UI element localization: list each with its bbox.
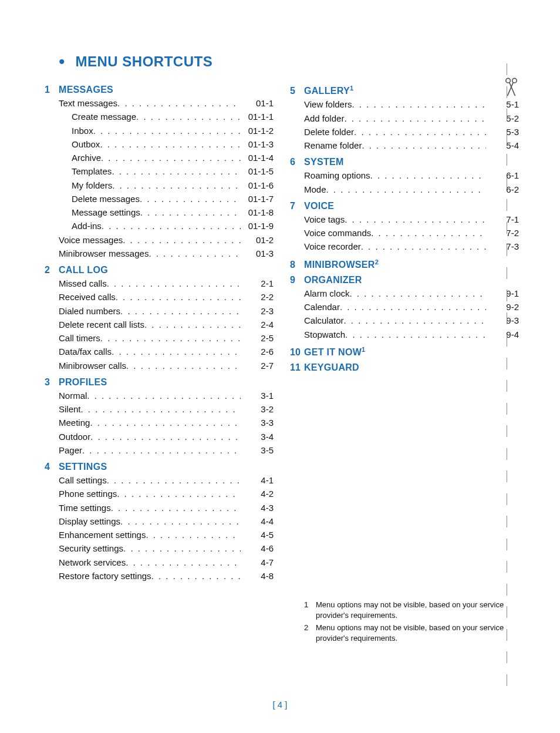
toc-item-code: 9-3: [486, 314, 519, 327]
toc-item: Meeting . . . . . . . . . . . . . . . . …: [59, 416, 274, 429]
toc-item: Delete recent call lists . . . . . . . .…: [59, 318, 274, 331]
section-title: CALL LOG: [59, 265, 108, 275]
section-title: GET IT NOW1: [304, 346, 366, 358]
leader-dots: . . . . . . . . . . . . . . . . . . . . …: [140, 206, 241, 219]
leader-dots: . . . . . . . . . . . . . . . . . . . . …: [126, 359, 241, 372]
cut-tick: [506, 177, 507, 189]
cut-tick: [506, 222, 507, 234]
toc-item-label: My folders: [72, 179, 112, 192]
toc-item-code: 01-1-7: [241, 192, 274, 206]
cut-tick: [506, 244, 507, 256]
section-title: SETTINGS: [59, 462, 107, 472]
toc-item-label: Received calls: [59, 290, 116, 304]
toc-section: 4SETTINGSCall settings . . . . . . . . .…: [59, 462, 274, 583]
toc-item-label: Delete messages: [72, 192, 140, 206]
leader-dots: . . . . . . . . . . . . . . . . . . . . …: [344, 314, 486, 327]
toc-item-code: 2-6: [241, 345, 274, 358]
leader-dots: . . . . . . . . . . . . . . . . . . . . …: [111, 501, 241, 515]
page-number: [ 4 ]: [0, 700, 560, 710]
leader-dots: . . . . . . . . . . . . . . . . . . . . …: [120, 515, 241, 528]
toc-item-label: Data/fax calls: [59, 345, 112, 358]
toc-item-code: 3-3: [241, 416, 274, 429]
cut-tick: [506, 109, 507, 120]
toc-item-label: Silent: [59, 402, 81, 416]
section-title: GALLERY1: [304, 85, 353, 96]
toc-item-code: 01-1-6: [241, 179, 274, 192]
toc-item: Templates . . . . . . . . . . . . . . . …: [59, 164, 274, 178]
toc-item-code: 6-2: [486, 183, 519, 196]
section-header: 5GALLERY1: [304, 85, 519, 96]
section-number: 10: [290, 347, 304, 358]
column: 5GALLERY1View folders . . . . . . . . . …: [304, 80, 519, 645]
footnote-ref: 1: [362, 346, 365, 353]
leader-dots: . . . . . . . . . . . . . . . . . . . . …: [344, 112, 486, 125]
toc-item-label: Message settings: [72, 206, 140, 219]
cut-tick: [506, 86, 507, 98]
toc-item-label: Pager: [59, 443, 82, 457]
leader-dots: . . . . . . . . . . . . . . . . . . . . …: [352, 97, 486, 111]
cut-tick: [506, 561, 507, 573]
toc-item-code: 01-1-4: [241, 151, 274, 164]
section-number: 1: [45, 85, 59, 95]
toc-item-label: Dialed numbers: [59, 304, 120, 318]
toc-item: Dialed numbers . . . . . . . . . . . . .…: [59, 304, 274, 318]
leader-dots: . . . . . . . . . . . . . . . . . . . . …: [345, 328, 486, 341]
toc-item: Security settings . . . . . . . . . . . …: [59, 542, 274, 555]
toc-item: Pager . . . . . . . . . . . . . . . . . …: [59, 443, 274, 457]
toc-item-code: 01-1-9: [241, 219, 274, 233]
leader-dots: . . . . . . . . . . . . . . . . . . . . …: [126, 556, 241, 569]
toc-section: 5GALLERY1View folders . . . . . . . . . …: [304, 85, 519, 152]
toc-item-label: Delete recent call lists: [59, 318, 144, 331]
toc-item: Silent . . . . . . . . . . . . . . . . .…: [59, 402, 274, 416]
leader-dots: . . . . . . . . . . . . . . . . . . . . …: [361, 240, 486, 253]
cut-tick: [506, 335, 507, 347]
section-header: 9ORGANIZER: [304, 275, 519, 285]
toc-item-label: Network services: [59, 556, 126, 569]
toc-item-code: 01-2: [241, 233, 274, 247]
toc-item-label: Alarm clock: [304, 287, 350, 300]
cut-tick: [506, 651, 507, 663]
toc-item: Restore factory settings . . . . . . . .…: [59, 569, 274, 583]
leader-dots: . . . . . . . . . . . . . . . . . . . . …: [112, 164, 241, 178]
toc-item-label: Phone settings: [59, 487, 117, 500]
toc-item: Data/fax calls . . . . . . . . . . . . .…: [59, 345, 274, 358]
cut-tick: [506, 584, 507, 596]
section-header: 8MINIBROWSER2: [304, 258, 519, 270]
cut-line: [506, 63, 507, 686]
toc-item-code: 3-4: [241, 430, 274, 443]
toc-item: Add folder . . . . . . . . . . . . . . .…: [304, 112, 519, 125]
toc-item: Rename folder . . . . . . . . . . . . . …: [304, 139, 519, 152]
cut-tick: [506, 63, 507, 75]
toc-item-code: 2-7: [241, 359, 274, 372]
toc-item: Roaming options . . . . . . . . . . . . …: [304, 169, 519, 182]
toc-item-label: Voice tags: [304, 213, 345, 226]
toc-item-code: 2-5: [241, 331, 274, 345]
section-title: MESSAGES: [59, 85, 113, 95]
toc-item-label: Add-ins: [72, 219, 102, 233]
toc-section: 7VOICEVoice tags . . . . . . . . . . . .…: [304, 201, 519, 254]
toc-item-label: Outbox: [72, 137, 100, 151]
toc-item-code: 4-7: [241, 556, 274, 569]
toc-item: Archive . . . . . . . . . . . . . . . . …: [59, 151, 274, 164]
toc-item: Time settings . . . . . . . . . . . . . …: [59, 501, 274, 515]
leader-dots: . . . . . . . . . . . . . . . . . . . . …: [326, 183, 486, 196]
footnote-ref: 1: [350, 85, 353, 92]
toc-item-code: 5-2: [486, 112, 519, 125]
toc-section: 8MINIBROWSER2: [304, 258, 519, 270]
toc-item-label: Missed calls: [59, 277, 107, 290]
toc-item-code: 2-1: [241, 277, 274, 290]
toc-item: Call settings . . . . . . . . . . . . . …: [59, 473, 274, 487]
toc-item-label: Voice recorder: [304, 240, 361, 253]
section-title: VOICE: [304, 201, 334, 211]
section-header: 4SETTINGS: [59, 462, 274, 472]
toc-item: Minibrowser messages . . . . . . . . . .…: [59, 247, 274, 260]
cut-tick: [506, 470, 507, 482]
footnotes: 1Menu options may not be visible, based …: [304, 600, 519, 643]
section-number: 8: [290, 260, 304, 270]
footnote: 1Menu options may not be visible, based …: [304, 600, 519, 620]
section-number: 11: [290, 362, 304, 373]
section-number: 5: [290, 86, 304, 96]
toc-section: 1MESSAGESText messages . . . . . . . . .…: [59, 85, 274, 260]
toc-item-code: 2-4: [241, 318, 274, 331]
cut-tick: [506, 358, 507, 369]
